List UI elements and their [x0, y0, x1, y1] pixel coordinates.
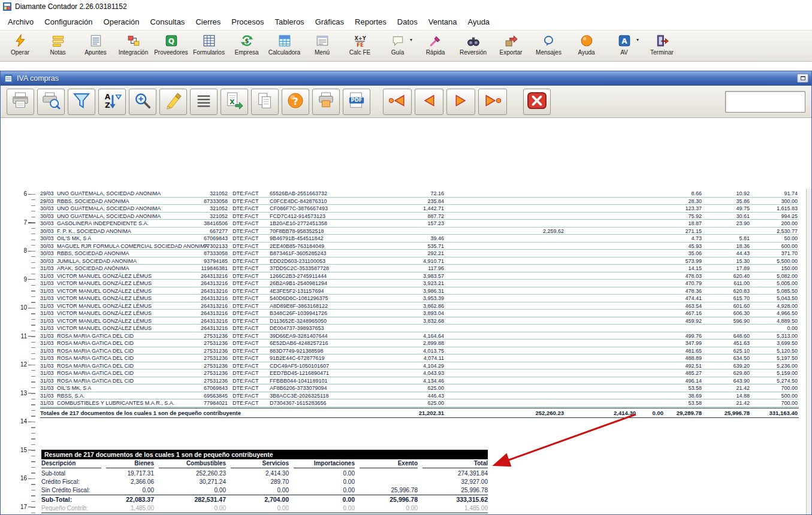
- table-row[interactable]: 31/03VICTOR MANUEL GONZÁLEZ LÉMUS2643132…: [40, 302, 799, 310]
- toolbar-button-rapida[interactable]: Rápida: [416, 32, 454, 56]
- toolbar-button-label: Rápida: [426, 49, 445, 56]
- cell-bienes: 4,013.75: [352, 347, 444, 355]
- menu-reportes[interactable]: Reportes: [349, 14, 392, 29]
- table-row[interactable]: 30/03OIL'S MK, S A67069843DTE:FACT9B4679…: [40, 235, 799, 243]
- table-row[interactable]: 31/03RBSS, S.A.69563845DTE:FACT3B8ACC3E-…: [40, 392, 799, 400]
- menu-cierres[interactable]: Cierres: [190, 14, 226, 29]
- zoom-button[interactable]: [129, 89, 156, 115]
- nav-next-button[interactable]: [446, 89, 475, 115]
- table-row[interactable]: 31/03ROSA MARIA GATICA DEL CID27531236DT…: [40, 332, 799, 340]
- table-row[interactable]: 31/03ROSA MARIA GATICA DEL CID27531236DT…: [40, 355, 799, 362]
- menu-consultas[interactable]: Consultas: [145, 14, 191, 29]
- toolbar-button-notas[interactable]: Notas: [39, 32, 77, 56]
- table-row[interactable]: 31/03ROSA MARIA GATICA DEL CID27531236DT…: [40, 362, 799, 370]
- print-report-button[interactable]: [312, 89, 340, 115]
- menu-graficas[interactable]: Gráficas: [310, 14, 349, 29]
- table-row[interactable]: 31/03ROSA MARIA GATICA DEL CID27531236DT…: [40, 347, 799, 355]
- table-row[interactable]: 31/03ARAK, SOCIEDAD ANÓNIMA119846381DTE:…: [40, 265, 799, 272]
- cell-date: 31/03: [40, 317, 57, 325]
- filter-button[interactable]: [68, 89, 95, 115]
- cell-bienes: 117.96: [352, 265, 444, 272]
- sort-az-button[interactable]: AZ: [98, 89, 126, 115]
- table-row[interactable]: 31/03VICTOR MANUEL GONZÁLEZ LÉMUS2643132…: [40, 272, 799, 280]
- table-row[interactable]: 29/03RBBS, SOCIEDAD ANONIMA87333058DTE:F…: [40, 198, 799, 205]
- close-button[interactable]: [523, 89, 551, 115]
- cell-comb: [444, 325, 564, 332]
- table-row[interactable]: 31/03OIL'S MK, S A67069843DTE:FACTAF8B62…: [40, 384, 799, 392]
- print-preview-button[interactable]: [37, 89, 65, 115]
- cell-bienes: [352, 228, 444, 235]
- table-row[interactable]: 30/03UNO GUATEMALA, SOCIEDAD ANONIMA3210…: [40, 213, 799, 220]
- toolbar-button-integracion[interactable]: Integración: [114, 32, 152, 56]
- table-row[interactable]: 31/03ROSA MARIA GATICA DEL CID27531236DT…: [40, 369, 799, 377]
- resumen-header-row: DescripciónBienesCombustiblesServiciosIm…: [41, 459, 488, 469]
- table-row[interactable]: 31/03VICTOR MANUEL GONZÁLEZ LÉMUS2643132…: [40, 317, 799, 325]
- report-toolbar: AZX?PDF: [1, 86, 811, 118]
- menu-procesos[interactable]: Procesos: [226, 14, 269, 29]
- nav-first-button[interactable]: [383, 89, 412, 115]
- toolbar-button-formularios[interactable]: Formularios: [190, 32, 228, 56]
- menu-datos[interactable]: Datos: [392, 14, 423, 29]
- chevron-down-icon[interactable]: ▾: [636, 38, 639, 43]
- table-row[interactable]: 30/03F. P. K., SOCIEDAD ANONIMA667277DTE…: [40, 228, 799, 235]
- toolbar-button-calculadora[interactable]: Calculadora: [265, 32, 303, 56]
- excel-export-button[interactable]: X: [221, 89, 248, 115]
- pdf-button[interactable]: PDF: [343, 89, 370, 115]
- cell-date: 31/03: [40, 287, 57, 295]
- menu-ventana[interactable]: Ventana: [423, 14, 463, 29]
- toolbar-button-av[interactable]: A▾AV: [605, 32, 643, 56]
- cell-imp: [636, 377, 663, 384]
- table-row[interactable]: 30/03RBBS, SOCIEDAD ANONIMA87333058DTE:F…: [40, 250, 799, 258]
- table-row[interactable]: 30/03UNO GUATEMALA, SOCIEDAD ANONIMA3210…: [40, 205, 799, 213]
- cell-bienes: 4,104.29: [352, 362, 444, 369]
- table-row[interactable]: 31/03VICTOR MANUEL GONZÁLEZ LÉMUS2643132…: [40, 287, 799, 295]
- table-row[interactable]: 29/03UNO GUATEMALA, SOCIEDAD ANONIMA3210…: [40, 190, 799, 198]
- table-row[interactable]: 30/03MAGUEL RJR FORMULA COMERCIAL SOCIED…: [40, 243, 799, 250]
- nav-prev-button[interactable]: [415, 89, 443, 115]
- toolbar-button-ayuda[interactable]: Ayuda: [568, 32, 605, 56]
- cell-cred: 28.30: [663, 198, 702, 205]
- table-row[interactable]: 31/03ROSA MARIA GATICA DEL CID27531236DT…: [40, 377, 799, 385]
- highlighter-button[interactable]: [159, 89, 187, 115]
- toolbar-button-empresa[interactable]: $Empresa: [228, 32, 265, 56]
- toolbar-button-calc-fe[interactable]: X+YFECalc FE: [341, 32, 379, 56]
- table-row[interactable]: 31/03VICTOR MANUEL GONZÁLEZ LÉMUS2643132…: [40, 325, 799, 332]
- menu-archivo[interactable]: Archivo: [2, 14, 39, 29]
- toolbar-button-reversion[interactable]: Reversión: [454, 32, 492, 56]
- ruler-short-ticks: [31, 194, 35, 514]
- toolbar-input[interactable]: [725, 91, 805, 113]
- table-row[interactable]: 30/03JUMILLA, SOCIEDAD ANONIMA93794185DT…: [40, 258, 799, 265]
- nav-last-button[interactable]: [478, 89, 507, 115]
- cell-imp: [636, 198, 663, 205]
- cell-type: DTE:FACT: [233, 287, 270, 295]
- menu-configuracion[interactable]: Configuración: [39, 14, 98, 29]
- table-row[interactable]: 31/03VICTOR MANUEL GONZÁLEZ LÉMUS2643132…: [40, 310, 799, 317]
- toolbar-button-menu[interactable]: Menú: [303, 32, 341, 56]
- resumen-row-sub-total: Sub-total19,717.31252,260.232,414.300.00…: [41, 469, 488, 478]
- print-button[interactable]: [7, 89, 34, 115]
- chevron-down-icon[interactable]: ▾: [410, 38, 412, 43]
- table-row[interactable]: 31/03VICTOR MANUEL GONZÁLEZ LÉMUS2643132…: [40, 295, 799, 302]
- table-row[interactable]: 31/03ROSA MARIA GATICA DEL CID27531236DT…: [40, 340, 799, 347]
- vertical-scrollbar[interactable]: [806, 189, 811, 514]
- svg-text:PDF: PDF: [351, 97, 363, 103]
- copy-button[interactable]: [251, 89, 279, 115]
- toolbar-button-proveedores[interactable]: QProveedores: [152, 32, 190, 56]
- cell-comb: [444, 355, 564, 362]
- toolbar-button-operar[interactable]: Operar: [1, 32, 39, 56]
- report-window-titlebar[interactable]: IVA compras: [1, 71, 811, 86]
- table-row[interactable]: 31/03VICTOR MANUEL GONZÁLEZ LÉMUS2643132…: [40, 280, 799, 287]
- toolbar-button-terminar[interactable]: Terminar: [643, 32, 681, 56]
- help-button[interactable]: ?: [282, 89, 309, 115]
- toolbar-button-apuntes[interactable]: Apuntes: [77, 32, 114, 56]
- menu-ayuda[interactable]: Ayuda: [462, 14, 495, 29]
- toolbar-button-mensajes[interactable]: Mensajes: [530, 32, 568, 56]
- table-row[interactable]: 31/03COMBUSTIBLES Y LUBRICANTES M.A.R., …: [40, 399, 799, 407]
- lines-button[interactable]: [190, 89, 218, 115]
- toolbar-button-guia[interactable]: ▾Guía: [379, 32, 416, 56]
- menu-operacion[interactable]: Operación: [98, 14, 145, 29]
- menu-tableros[interactable]: Tableros: [269, 14, 309, 29]
- minimize-button[interactable]: [797, 74, 808, 83]
- toolbar-button-exportar[interactable]: Exportar: [492, 32, 530, 56]
- table-row[interactable]: 30/03GASOLINERA INDEPENDIENTE S.A.384165…: [40, 220, 799, 228]
